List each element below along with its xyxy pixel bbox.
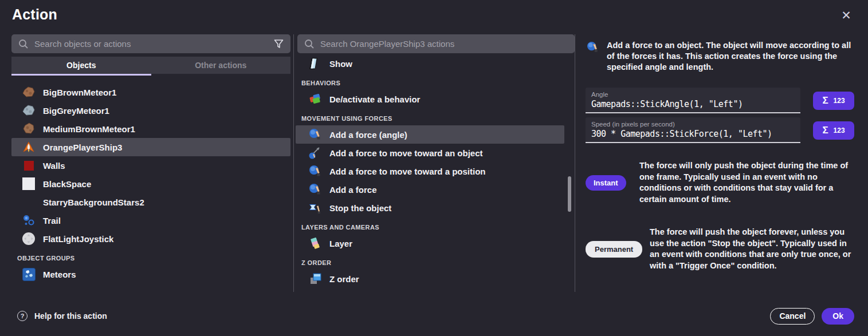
force-toward-object-icon [308,146,322,160]
white-square-icon [22,177,36,191]
action-item-add-force-angle[interactable]: Add a force (angle) [296,125,564,144]
objects-list: BigBrownMeteor1 BigGreyMeteor1 MediumBro… [11,83,290,283]
action-label: Add a force to move toward a position [329,167,486,176]
dialog-content: Objects Other actions BigBrownMeteor1 Bi… [11,34,854,292]
action-item-stop-object[interactable]: Stop the object [296,199,564,217]
trail-particles-icon [22,214,36,227]
action-label: Add a force to move toward an object [329,148,483,158]
action-item-show[interactable]: Show [296,54,564,73]
actions-list: Show BEHAVIORS De/activate a behavior MO… [296,54,575,288]
sigma-icon: Σ [822,95,828,106]
speed-field[interactable]: Speed (in pixels per second) [586,117,800,143]
object-name: OrangePlayerShip3 [43,143,122,152]
object-name: Walls [43,161,65,171]
action-item-layer[interactable]: Layer [296,234,564,252]
angle-expression-builder-button[interactable]: Σ 123 [813,92,854,110]
list-item-walls[interactable]: Walls [11,156,290,175]
objects-search[interactable] [11,34,290,53]
action-description: Add a force to an object. The object wil… [607,40,854,73]
permanent-note-text: The force will push the object forever, … [650,227,854,271]
list-item-bigbrownmeteor1[interactable]: BigBrownMeteor1 [11,83,290,101]
actions-scrollbar-thumb[interactable] [568,176,571,212]
list-item-flatlightjoystick[interactable]: FlatLightJoystick [11,230,290,248]
angle-field[interactable]: Angle [586,88,800,113]
speed-field-label: Speed (in pixels per second) [591,121,795,128]
object-name: StarryBackgroundStars2 [43,197,144,207]
action-item-add-force[interactable]: Add a force [296,180,564,199]
action-label: Layer [329,239,352,248]
tab-objects-label: Objects [66,61,96,70]
object-name: MediumBrownMeteor1 [43,124,135,134]
speed-field-input[interactable] [591,129,795,139]
meteors-group-icon [22,267,36,281]
list-item-blackspace[interactable]: BlackSpace [11,175,290,193]
object-name: BigGreyMeteor1 [43,106,109,116]
grey-meteor-icon [22,104,36,117]
list-item-biggreymeteor1[interactable]: BigGreyMeteor1 [11,101,290,120]
layer-icon [308,236,322,250]
action-item-add-force-toward-object[interactable]: Add a force to move toward an object [296,144,564,162]
brown-meteor-icon [22,122,36,136]
action-label: De/activate a behavior [329,94,420,104]
ok-button[interactable]: Ok [822,308,854,325]
help-link[interactable]: ? Help for this action [17,311,107,321]
dialog-footer: ? Help for this action Cancel Ok [0,302,868,336]
actions-search-input[interactable] [320,39,568,49]
objects-tab-bar: Objects Other actions [11,57,290,74]
instant-badge[interactable]: Instant [586,175,626,191]
action-label: Show [329,59,352,69]
page-title: Action [12,6,57,23]
permanent-badge[interactable]: Permanent [586,241,642,258]
object-name: BigBrownMeteor1 [43,88,116,97]
list-item-trail[interactable]: Trail [11,211,290,230]
action-label: Z order [329,274,359,284]
section-header-movement-using-forces: MOVEMENT USING FORCES [296,108,575,125]
sigma-icon: Σ [822,125,828,136]
numbers-icon: 123 [834,97,845,105]
list-item-orangeplayership3[interactable]: OrangePlayerShip3 [11,138,290,156]
angle-field-input[interactable] [591,99,795,109]
action-label: Add a force [329,185,377,195]
brown-meteor-icon [22,85,36,99]
instant-note-text: The force will only push the object duri… [639,160,854,205]
filter-icon[interactable] [273,39,284,49]
force-icon [308,183,322,196]
object-name: FlatLightJoystick [43,234,113,244]
section-header-layers-cameras: LAYERS AND CAMERAS [296,217,575,234]
action-item-deactivate-behavior[interactable]: De/activate a behavior [296,90,564,108]
z-order-icon [308,272,322,286]
action-item-add-force-toward-position[interactable]: Add a force to move toward a position [296,162,564,180]
object-name: Trail [43,216,61,226]
tab-other-actions[interactable]: Other actions [151,57,291,74]
section-header-behaviors: BEHAVIORS [296,73,575,90]
stop-object-icon [308,201,322,215]
joystick-icon [22,232,36,246]
action-details-panel: Add a force to an object. The object wil… [575,34,854,292]
speed-expression-builder-button[interactable]: Σ 123 [813,121,854,140]
red-square-icon [22,159,36,172]
close-icon[interactable]: ✕ [838,7,854,23]
behavior-icon [308,92,322,106]
section-header-z-order: Z ORDER [296,252,575,270]
empty-icon [22,195,36,209]
force-icon [586,40,599,54]
numbers-icon: 123 [834,127,845,135]
orange-ship-icon [22,140,36,154]
show-icon [308,57,322,70]
tab-objects[interactable]: Objects [11,57,151,74]
action-label: Stop the object [329,203,391,213]
action-item-z-order[interactable]: Z order [296,270,564,288]
object-name: BlackSpace [43,179,91,189]
objects-search-input[interactable] [34,39,268,49]
list-item-starrybackgroundstars2[interactable]: StarryBackgroundStars2 [11,193,290,211]
actions-panel: Show BEHAVIORS De/activate a behavior MO… [294,34,575,292]
force-icon [308,164,322,178]
list-item-meteors-group[interactable]: Meteors [11,265,290,283]
actions-search[interactable] [297,34,575,53]
list-item-mediumbrownmeteor1[interactable]: MediumBrownMeteor1 [11,120,290,138]
force-icon [308,128,322,141]
help-icon: ? [17,311,28,321]
group-name: Meteors [43,270,76,279]
cancel-button[interactable]: Cancel [770,308,815,325]
object-groups-header: OBJECT GROUPS [11,248,290,265]
